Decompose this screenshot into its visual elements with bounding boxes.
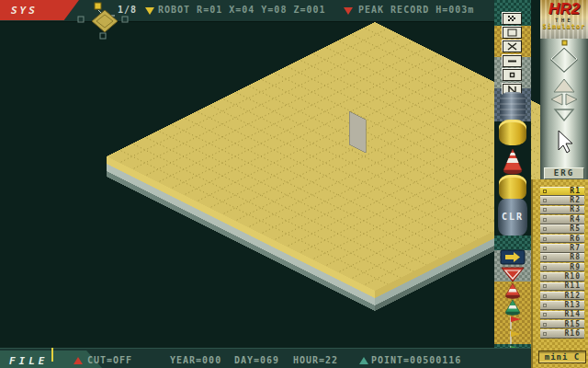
minimap-marker-line bbox=[51, 348, 53, 362]
nav-controls bbox=[540, 39, 588, 167]
register-item-r13[interactable]: R13 bbox=[540, 301, 584, 310]
register-item-r3[interactable]: R3 bbox=[540, 206, 584, 215]
tool-dot-button[interactable] bbox=[503, 69, 522, 81]
register-label: R2 bbox=[547, 197, 584, 204]
register-label: R10 bbox=[547, 273, 584, 281]
tool-delete-button[interactable] bbox=[503, 40, 522, 52]
register-label: R6 bbox=[547, 236, 584, 243]
robot-status: ROBOT R=01 X=04 Y=08 Z=001 bbox=[158, 5, 326, 15]
rotate-view-button[interactable] bbox=[551, 47, 577, 72]
register-item-r10[interactable]: R10 bbox=[540, 272, 584, 282]
hr2-simulator-window: SYS 1/8 ROBOT R=01 X=04 Y=08 Z=001 PEAK … bbox=[0, 0, 588, 368]
logo-line1: THE bbox=[540, 17, 588, 23]
file-label: FILE bbox=[9, 355, 49, 367]
clear-button[interactable]: CLR bbox=[498, 199, 527, 236]
year-status: YEAR=000 bbox=[170, 355, 221, 365]
limit-marker-icon[interactable] bbox=[502, 268, 524, 282]
register-label: R12 bbox=[547, 293, 584, 300]
register-label: R14 bbox=[547, 311, 584, 318]
tool-empty-button[interactable] bbox=[503, 27, 522, 39]
nav-up-button[interactable] bbox=[554, 79, 574, 92]
register-item-r12[interactable]: R12 bbox=[540, 292, 584, 301]
top-status-bar: SYS 1/8 ROBOT R=01 X=04 Y=08 Z=001 PEAK … bbox=[0, 0, 494, 22]
view-east-button[interactable] bbox=[122, 17, 128, 22]
pattern-icon bbox=[507, 15, 517, 23]
cut-status: CUT=OFF bbox=[87, 355, 132, 365]
register-label: R9 bbox=[547, 264, 584, 271]
tool-column: CLR bbox=[494, 0, 531, 368]
register-label: R11 bbox=[547, 282, 584, 290]
sys-label: SYS bbox=[11, 5, 38, 17]
register-panel: R1R2R3R4R5R6R7R8R9R10R11R12R13R14R15R16 … bbox=[531, 179, 588, 368]
register-label: R4 bbox=[547, 216, 584, 224]
view-south-button[interactable] bbox=[100, 33, 106, 39]
red-flag-icon[interactable] bbox=[511, 316, 521, 329]
slate-cylinder-tool[interactable] bbox=[500, 92, 526, 121]
register-label: R13 bbox=[547, 302, 584, 309]
robot-indicator-icon bbox=[145, 7, 154, 15]
day-status: DAY=069 bbox=[234, 355, 279, 365]
register-label: R15 bbox=[547, 321, 584, 328]
register-item-r8[interactable]: R8 bbox=[540, 253, 584, 262]
tool-pattern-button[interactable] bbox=[503, 13, 522, 25]
register-label: R7 bbox=[547, 245, 584, 252]
register-item-r15[interactable]: R15 bbox=[540, 320, 584, 329]
sys-menu-button[interactable]: SYS bbox=[0, 0, 79, 20]
green-cone-icon[interactable] bbox=[505, 300, 520, 316]
register-label: R16 bbox=[547, 330, 584, 338]
mini-c-button[interactable]: mini C bbox=[538, 351, 586, 363]
yellow-cylinder-tool-2[interactable] bbox=[499, 175, 526, 201]
register-item-r5[interactable]: R5 bbox=[540, 224, 584, 234]
nav-down-button[interactable] bbox=[555, 109, 573, 121]
register-item-r16[interactable]: R16 bbox=[540, 329, 584, 339]
nav-right-button[interactable] bbox=[566, 94, 577, 105]
register-item-r2[interactable]: R2 bbox=[540, 196, 584, 205]
register-item-r14[interactable]: R14 bbox=[540, 311, 584, 320]
logo-title: HR2 bbox=[540, 1, 588, 17]
nav-left-button[interactable] bbox=[551, 94, 562, 105]
minus-icon bbox=[507, 57, 517, 65]
small-square-icon bbox=[507, 71, 517, 79]
cut-indicator-icon bbox=[74, 357, 83, 364]
compass-widget[interactable] bbox=[75, 0, 140, 42]
yellow-cylinder-tool[interactable] bbox=[499, 120, 526, 145]
erg-label: ERG bbox=[544, 167, 584, 179]
peak-indicator-icon bbox=[344, 7, 353, 15]
register-label: R3 bbox=[547, 206, 584, 213]
red-cone-icon[interactable] bbox=[505, 283, 520, 299]
peak-record: PEAK RECORD H=003m bbox=[358, 5, 474, 15]
bottom-status-bar: FILE CUT=OFF YEAR=000 DAY=069 HOUR=22 PO… bbox=[0, 348, 531, 368]
register-label: R1 bbox=[547, 188, 584, 195]
amber-flag-icon[interactable] bbox=[511, 331, 521, 344]
register-item-r11[interactable]: R11 bbox=[540, 282, 584, 292]
nav-marker-icon bbox=[562, 40, 567, 45]
view-west-button[interactable] bbox=[78, 17, 84, 22]
register-label: R8 bbox=[547, 254, 584, 261]
frame-marker-icon bbox=[95, 3, 101, 9]
register-item-r9[interactable]: R9 bbox=[540, 263, 584, 272]
cursor-arrow-icon bbox=[559, 131, 572, 153]
register-item-r6[interactable]: R6 bbox=[540, 235, 584, 244]
logo-line2: Simulator bbox=[540, 23, 588, 31]
register-label: R5 bbox=[547, 225, 584, 233]
traffic-cone-icon[interactable] bbox=[503, 149, 522, 175]
register-item-r1[interactable]: R1 bbox=[540, 187, 584, 196]
tool-minus-button[interactable] bbox=[503, 55, 522, 67]
x-icon bbox=[507, 42, 517, 51]
point-status: POINT=00500116 bbox=[371, 355, 461, 365]
register-item-r4[interactable]: R4 bbox=[540, 215, 584, 224]
point-indicator-icon bbox=[359, 357, 368, 364]
hour-status: HOUR=22 bbox=[293, 355, 338, 365]
logo-block: HR2 THE Simulator bbox=[540, 0, 588, 39]
register-item-r7[interactable]: R7 bbox=[540, 244, 584, 253]
empty-square-icon bbox=[507, 29, 517, 37]
step-forward-button[interactable] bbox=[501, 250, 525, 264]
nav-column: ERG bbox=[540, 39, 588, 179]
